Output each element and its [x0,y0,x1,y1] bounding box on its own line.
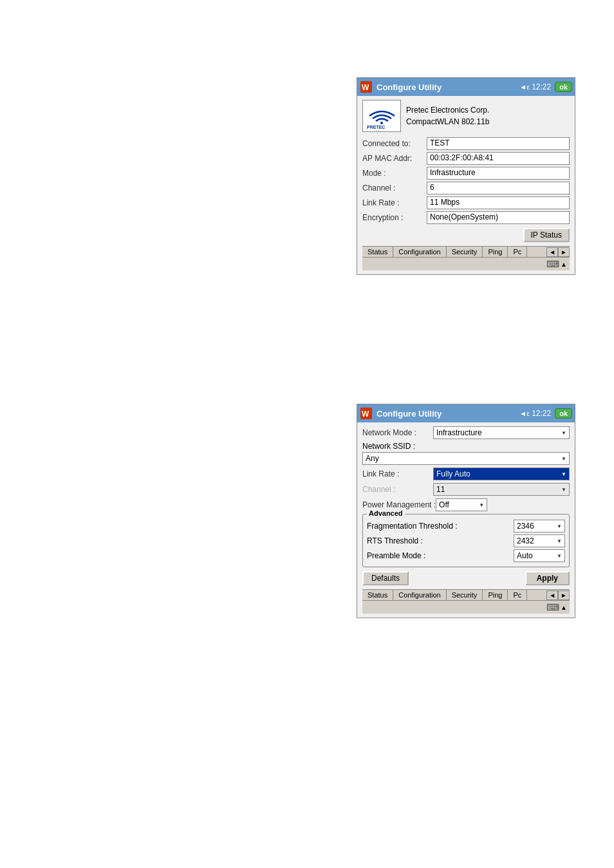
keyboard-arrow-2: ▲ [561,604,567,611]
time-text-1: 12:22 [532,82,551,91]
title-bar-2: W Configure Utility ◄ε 12:22 ok [357,404,575,422]
label-mode: Mode : [362,169,427,178]
window-body-1: PRETEC Pretec Electronics Corp. CompactW… [357,96,575,274]
info-row-channel: Channel : 6 [362,182,570,194]
tab-status-1[interactable]: Status [362,247,393,257]
value-connected: TEST [427,137,570,150]
power-mgmt-select[interactable]: Off ▼ [436,498,487,511]
title-bar-1: W Configure Utility ◄ε 12:22 ok [357,78,575,96]
ip-status-button[interactable]: IP Status [523,228,570,242]
channel-value: 11 [436,485,445,494]
value-channel: 6 [427,182,570,194]
svg-point-3 [380,122,383,124]
tab-pc-1[interactable]: Pc [508,247,527,257]
network-mode-arrow: ▼ [561,430,566,436]
tab-security-1[interactable]: Security [447,247,483,257]
tab-status-2[interactable]: Status [362,590,393,600]
power-mgmt-label: Power Management : [362,500,436,509]
label-channel: Channel : [362,184,427,193]
ssid-select[interactable]: Any ▼ [362,452,570,465]
tab-prev-btn-2[interactable]: ◄ [546,590,558,600]
title-bar-right-1: ◄ε 12:22 ok [519,82,572,92]
label-mac: AP MAC Addr: [362,154,427,163]
tab-configuration-1[interactable]: Configuration [393,247,446,257]
title-bar-left-1: W Configure Utility [360,80,442,93]
time-text-2: 12:22 [532,409,551,418]
advanced-content: Fragmentation Threshold : 2346 ▼ RTS Thr… [367,520,565,562]
frag-threshold-value: 2346 [517,522,534,531]
value-encryption: None(OpenSystem) [427,211,570,224]
info-row-encryption: Encryption : None(OpenSystem) [362,211,570,224]
channel-select[interactable]: 11 ▼ [433,483,570,496]
advanced-legend: Advanced [367,509,405,517]
ok-button-2[interactable]: ok [555,408,572,419]
rts-threshold-select[interactable]: 2432 ▼ [514,534,565,547]
ok-button-1[interactable]: ok [555,82,572,92]
preamble-select[interactable]: Auto ▼ [514,549,565,562]
ssid-value: Any [366,454,379,463]
keyboard-bar-1: ⌨ ▲ [362,257,570,270]
product-name: CompactWLAN 802.11b [406,116,489,127]
info-row-connected: Connected to: TEST [362,137,570,150]
tab-ping-2[interactable]: Ping [483,590,508,600]
link-rate-select[interactable]: Fully Auto ▼ [433,467,570,480]
company-info: PRETEC Pretec Electronics Corp. CompactW… [362,100,570,132]
network-mode-row: Network Mode : Infrastructure ▼ [362,426,570,439]
defaults-button[interactable]: Defaults [362,571,409,585]
value-mode: Infrastructure [427,167,570,180]
info-row-mac: AP MAC Addr: 00:03:2F:00:A8:41 [362,152,570,165]
ssid-arrow: ▼ [561,456,566,462]
frag-threshold-label: Fragmentation Threshold : [367,522,514,531]
frag-threshold-row: Fragmentation Threshold : 2346 ▼ [367,520,565,533]
info-row-mode: Mode : Infrastructure [362,167,570,180]
rts-threshold-label: RTS Threshold : [367,536,514,545]
tab-ping-1[interactable]: Ping [483,247,508,257]
speaker-icon-2: ◄ε [519,410,530,417]
link-rate-row: Link Rate : Fully Auto ▼ [362,467,570,480]
apply-button[interactable]: Apply [525,571,570,585]
logo-box: PRETEC [362,100,401,132]
preamble-label: Preamble Mode : [367,551,514,560]
network-mode-value: Infrastructure [436,428,482,437]
network-mode-label: Network Mode : [362,428,433,437]
link-rate-label: Link Rate : [362,469,433,478]
power-mgmt-value: Off [439,500,449,509]
tab-security-2[interactable]: Security [447,590,483,600]
tab-configuration-2[interactable]: Configuration [393,590,446,600]
tabs-bar-1: Status Configuration Security Ping Pc ◄ … [362,246,570,257]
time-display-2: ◄ε 12:22 [519,409,551,418]
channel-row: Channel : 11 ▼ [362,483,570,496]
svg-text:W: W [362,410,369,419]
tabs-bar-2: Status Configuration Security Ping Pc ◄ … [362,589,570,600]
tab-prev-btn-1[interactable]: ◄ [546,247,558,257]
tab-pc-2[interactable]: Pc [508,590,527,600]
channel-arrow: ▼ [561,487,566,493]
power-mgmt-arrow: ▼ [479,502,484,508]
network-ssid-label: Network SSID : [362,442,570,451]
label-encryption: Encryption : [362,213,427,222]
preamble-arrow: ▼ [557,553,562,559]
app-icon-1: W [360,80,373,93]
keyboard-bar-2: ⌨ ▲ [362,600,570,614]
tab-next-btn-2[interactable]: ► [558,590,570,600]
config-window: W Configure Utility ◄ε 12:22 ok Network … [357,404,575,618]
keyboard-icon-2: ⌨ [546,602,559,612]
link-rate-value: Fully Auto [436,469,470,478]
label-linkrate: Link Rate : [362,198,427,207]
tab-next-btn-1[interactable]: ► [558,247,570,257]
status-window: W Configure Utility ◄ε 12:22 ok [357,77,575,275]
time-display-1: ◄ε 12:22 [519,82,551,91]
advanced-group: Advanced Fragmentation Threshold : 2346 … [362,514,570,567]
title-bar-left-2: W Configure Utility [360,407,442,420]
value-mac: 00:03:2F:00:A8:41 [427,152,570,165]
frag-threshold-select[interactable]: 2346 ▼ [514,520,565,533]
company-text: Pretec Electronics Corp. CompactWLAN 802… [406,104,489,127]
keyboard-arrow-1: ▲ [561,261,567,268]
channel-label: Channel : [362,485,433,494]
rts-threshold-value: 2432 [517,536,534,545]
company-name: Pretec Electronics Corp. [406,104,489,116]
preamble-row: Preamble Mode : Auto ▼ [367,549,565,562]
network-mode-select[interactable]: Infrastructure ▼ [433,426,570,439]
rts-threshold-row: RTS Threshold : 2432 ▼ [367,534,565,547]
title-bar-right-2: ◄ε 12:22 ok [519,408,572,419]
